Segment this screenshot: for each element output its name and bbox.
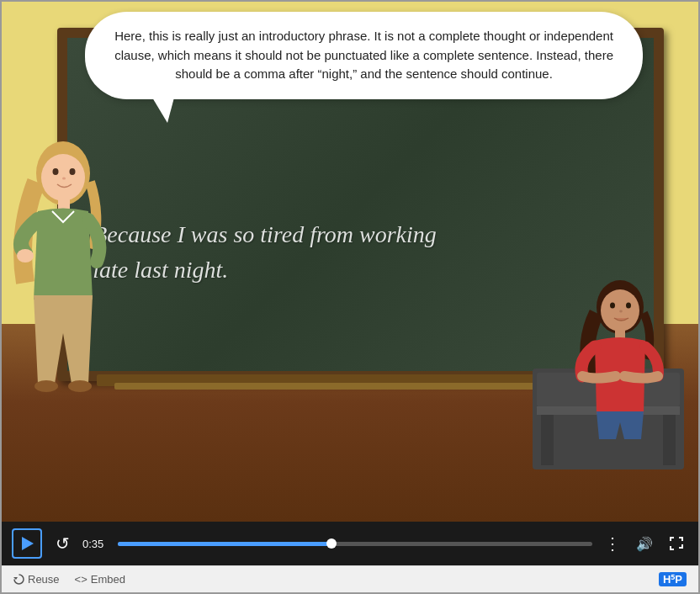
- fullscreen-button[interactable]: [665, 532, 688, 555]
- svg-point-4: [62, 178, 66, 180]
- video-area: Because I was so tired from working late…: [2, 2, 698, 522]
- svg-point-6: [17, 249, 34, 263]
- more-options-button[interactable]: ⋮: [601, 532, 624, 555]
- svg-point-16: [626, 303, 631, 309]
- svg-point-7: [34, 380, 58, 392]
- play-button[interactable]: [12, 528, 42, 559]
- play-icon: [22, 537, 34, 550]
- speech-bubble: Here, this is really just an introductor…: [85, 12, 642, 99]
- svg-point-17: [619, 310, 623, 313]
- fullscreen-icon: [669, 536, 684, 551]
- h5p-logo: H⁵P: [659, 572, 687, 586]
- reuse-link[interactable]: Reuse: [13, 573, 60, 586]
- chalk-text: Because I was so tired from working late…: [93, 217, 636, 288]
- rewind-icon: ↺: [56, 533, 70, 554]
- svg-point-15: [610, 303, 615, 309]
- bottom-bar: Reuse <> Embed H⁵P: [2, 565, 698, 592]
- svg-rect-10: [541, 406, 554, 465]
- controls-bar: ↺ 0:35 ⋮ 🔊: [2, 522, 698, 565]
- volume-button[interactable]: 🔊: [633, 532, 656, 555]
- reuse-icon: [13, 574, 24, 585]
- video-player: Because I was so tired from working late…: [0, 0, 700, 594]
- student-character: [570, 275, 671, 443]
- svg-point-8: [68, 380, 92, 392]
- more-icon: ⋮: [604, 533, 621, 554]
- volume-icon: 🔊: [636, 536, 653, 552]
- progress-thumb[interactable]: [326, 538, 337, 549]
- embed-icon: <>: [75, 573, 88, 586]
- progress-bar[interactable]: [118, 542, 592, 546]
- time-display: 0:35: [82, 538, 109, 550]
- svg-point-3: [70, 168, 76, 175]
- rewind-button[interactable]: ↺: [50, 532, 74, 555]
- speech-bubble-text: Here, this is really just an introductor…: [114, 29, 613, 81]
- teacher-character: [8, 131, 118, 417]
- svg-point-2: [53, 168, 59, 175]
- reuse-label: Reuse: [28, 573, 60, 586]
- progress-fill: [118, 542, 331, 546]
- embed-label: Embed: [91, 573, 125, 586]
- embed-link[interactable]: <> Embed: [75, 573, 125, 586]
